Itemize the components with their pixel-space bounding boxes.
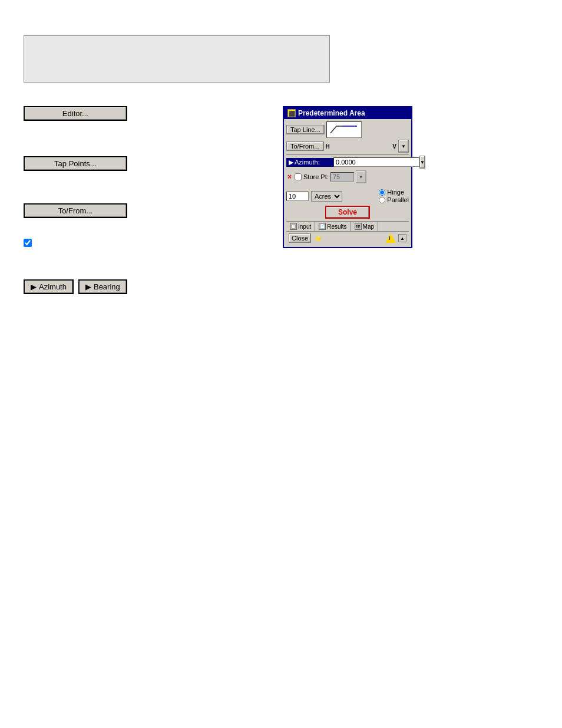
parallel-label: Parallel: [387, 196, 409, 203]
tap-points-button[interactable]: Tap Points...: [24, 156, 127, 171]
parallel-radio[interactable]: [379, 197, 385, 203]
azimuth-triangle: ▶: [289, 159, 293, 166]
line-preview-svg: [328, 123, 360, 137]
checkbox-area: [24, 239, 127, 247]
to-from-dialog-row: To/From... H V ▼: [286, 140, 409, 153]
area-row: Acres Sq Ft Sq M Hinge Parallel: [286, 186, 409, 203]
tap-line-row: Tap Line...: [286, 121, 409, 138]
dialog-body: Tap Line... To/From... H V ▼ ▶ Azimuth:: [284, 119, 411, 247]
results-tab-icon: 📄: [319, 223, 326, 230]
to-from-dropdown[interactable]: ▼: [398, 140, 409, 153]
azimuth-label: Azimuth: [39, 282, 67, 291]
dialog-footer: Close ⭐ ▲: [286, 231, 409, 245]
hinge-radio-row: Hinge: [379, 189, 409, 196]
editor-button[interactable]: Editor...: [24, 106, 127, 121]
separator1: [286, 154, 409, 155]
azimuth-label: ▶ Azimuth:: [286, 158, 333, 167]
hinge-label: Hinge: [387, 189, 404, 196]
header-panel: [24, 35, 330, 83]
tap-line-button[interactable]: Tap Line...: [286, 125, 325, 134]
store-pt-dropdown: ▼: [356, 170, 366, 183]
predetermined-area-dialog: ⬛ Predetermined Area Tap Line... To/From…: [283, 106, 412, 248]
hinge-radio[interactable]: [379, 189, 385, 196]
solve-row: Solve: [286, 206, 409, 219]
radio-group: Hinge Parallel: [379, 189, 409, 203]
store-pt-label: Store Pt:: [303, 173, 329, 180]
line-preview: [326, 121, 362, 138]
bearing-button[interactable]: ▶ Bearing: [78, 279, 127, 294]
tab-map[interactable]: 🗺 Map: [351, 222, 378, 231]
tab-results[interactable]: 📄 Results: [315, 222, 351, 231]
store-pt-value[interactable]: [330, 172, 354, 182]
bearing-arrow-icon: ▶: [85, 282, 91, 291]
dialog-to-from-button[interactable]: To/From...: [286, 141, 324, 151]
azimuth-row: ▶ Azimuth: ▼: [286, 156, 409, 169]
bearing-label: Bearing: [94, 282, 120, 291]
azimuth-value-input[interactable]: [333, 157, 419, 167]
dialog-title-icon: ⬛: [287, 109, 296, 117]
store-pt-checkbox[interactable]: [295, 173, 302, 180]
dialog-titlebar: ⬛ Predetermined Area: [284, 107, 411, 119]
input-tab-icon: 📋: [290, 223, 297, 230]
store-pt-row: × Store Pt: ▼: [286, 170, 409, 183]
map-tab-icon: 🗺: [355, 223, 362, 230]
h-label: H: [326, 143, 330, 150]
close-icon: ⭐: [315, 235, 322, 242]
parallel-radio-row: Parallel: [379, 196, 409, 203]
scroll-up-button[interactable]: ▲: [398, 234, 406, 242]
main-checkbox[interactable]: [24, 239, 32, 247]
azimuth-button[interactable]: ▶ Azimuth: [24, 279, 74, 294]
close-button[interactable]: Close: [289, 233, 311, 243]
x-mark-icon: ×: [287, 173, 292, 181]
dialog-title: Predetermined Area: [298, 109, 365, 117]
area-value-input[interactable]: [286, 192, 309, 201]
area-units-select[interactable]: Acres Sq Ft Sq M: [311, 191, 342, 202]
left-panel: Editor... Tap Points... To/From... ▶ Azi…: [24, 106, 127, 294]
azimuth-arrow-icon: ▶: [31, 282, 37, 291]
v-label: V: [392, 143, 396, 150]
dialog-tabs: 📋 Input 📄 Results 🗺 Map: [286, 221, 409, 231]
to-from-button[interactable]: To/From...: [24, 203, 127, 218]
azimuth-dropdown[interactable]: ▼: [419, 156, 425, 169]
tab-input[interactable]: 📋 Input: [286, 222, 315, 231]
solve-button[interactable]: Solve: [325, 206, 370, 219]
bottom-buttons: ▶ Azimuth ▶ Bearing: [24, 279, 127, 294]
warning-icon: [385, 233, 396, 243]
